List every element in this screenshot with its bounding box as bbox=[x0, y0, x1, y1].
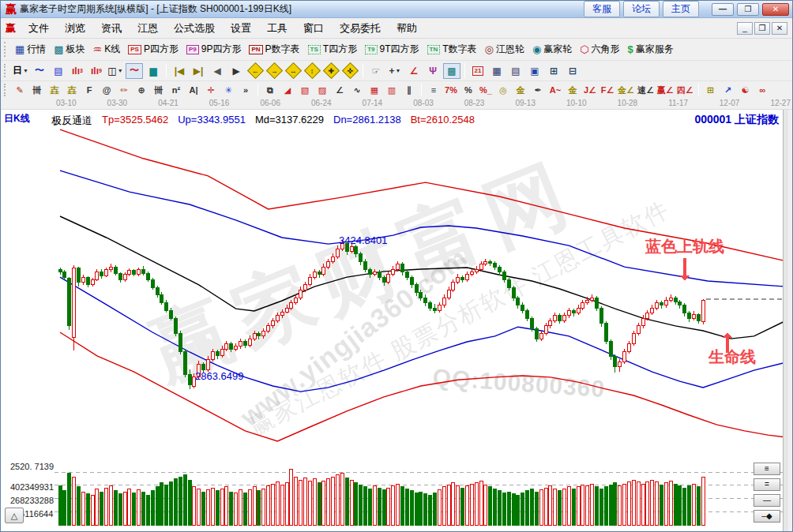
tool-step-forward-button[interactable]: ▶ bbox=[227, 63, 245, 79]
draw-wave-lines-button[interactable]: ∿ bbox=[349, 83, 365, 97]
toolbar-kline-button[interactable]: ♒K线 bbox=[89, 41, 125, 58]
toolbar-sectors-button[interactable]: ▩板块 bbox=[50, 41, 88, 58]
tool-histogram-button[interactable]: ▆ bbox=[145, 63, 162, 79]
tool-zoom-v-button[interactable]: ↕ bbox=[303, 63, 321, 79]
draw-target-cross-button[interactable]: ✛ bbox=[203, 83, 219, 97]
doc-minimize-button[interactable]: _ bbox=[737, 22, 753, 35]
draw-red-grid-button[interactable]: ▦ bbox=[366, 83, 382, 97]
pane-two-lines-button[interactable]: = bbox=[754, 478, 780, 491]
draw-gold-underline-button[interactable]: 金 bbox=[565, 83, 581, 97]
menu-browse[interactable]: 浏览 bbox=[57, 19, 93, 38]
draw-seven-percent-button[interactable]: 7% bbox=[443, 83, 459, 97]
tool-bars-3-button[interactable]: ılı3 bbox=[69, 63, 86, 79]
tool-center-button[interactable]: ✚ bbox=[322, 63, 340, 79]
toolbar-grip[interactable] bbox=[4, 84, 8, 96]
menu-window[interactable]: 窗口 bbox=[295, 19, 332, 38]
draw-more-tools-button[interactable]: » bbox=[238, 83, 254, 97]
tool-purple-tool-button[interactable]: Ψ bbox=[424, 63, 442, 79]
toolbar-gann-wheel-button[interactable]: ◎江恩轮 bbox=[481, 41, 528, 58]
toolbar-winner-wheel-button[interactable]: ◉赢家轮 bbox=[528, 41, 576, 58]
draw-speed-angle-button[interactable]: 速∠ bbox=[637, 83, 655, 97]
toolbar-9p-square-button[interactable]: P99P四方形 bbox=[182, 41, 245, 58]
restore-button[interactable]: ❐ bbox=[737, 3, 759, 16]
tool-trend-curve-button[interactable]: 〜 bbox=[31, 63, 48, 79]
draw-grid-yellow-button[interactable]: ⊞ bbox=[703, 83, 719, 97]
tool-angle-measure-button[interactable]: ∠ bbox=[405, 63, 423, 79]
tool-zoom-h-button[interactable]: ↔ bbox=[284, 63, 302, 79]
draw-parallel-lines-button[interactable]: ∥ bbox=[401, 83, 417, 97]
draw-spiral-button[interactable]: @ bbox=[99, 83, 115, 97]
tool-red-curve-button[interactable]: 〜 bbox=[126, 63, 143, 79]
draw-fibonacci-f-button[interactable]: F bbox=[81, 83, 97, 97]
draw-f-angle-button[interactable]: F∠ bbox=[599, 83, 615, 97]
menu-settings[interactable]: 设置 bbox=[223, 19, 259, 38]
tool-candle-style-button[interactable]: ◫▼ bbox=[107, 63, 124, 79]
toolbar-hexagon-button[interactable]: ⬡六角形 bbox=[576, 41, 623, 58]
draw-ink-pen-button[interactable]: ✒ bbox=[530, 83, 546, 97]
draw-angle-lines-button[interactable]: ∠ bbox=[332, 83, 348, 97]
draw-gann-grid-2-button[interactable]: 卌 bbox=[151, 83, 167, 97]
draw-gold-circle-button[interactable]: ◎ bbox=[495, 83, 511, 97]
tool-calendar-21-button[interactable]: 21 bbox=[469, 63, 487, 79]
tool-go-last-button[interactable]: ▶| bbox=[190, 63, 207, 79]
tool-go-first-button[interactable]: |◀ bbox=[171, 63, 188, 79]
draw-j-angle-button[interactable]: J∠ bbox=[582, 83, 598, 97]
tool-workstation-button[interactable]: ⊟ bbox=[564, 63, 581, 79]
tool-expand-all-button[interactable]: ✜ bbox=[341, 63, 359, 79]
forum-button[interactable]: 论坛 bbox=[623, 1, 660, 17]
menu-tools[interactable]: 工具 bbox=[259, 19, 295, 38]
doc-close-button[interactable]: ✕ bbox=[772, 22, 787, 35]
tool-step-back-button[interactable]: ◀ bbox=[209, 63, 226, 79]
collapse-panel-button[interactable]: △ bbox=[5, 508, 24, 523]
draw-shaded-box-button[interactable]: ▨ bbox=[314, 83, 330, 97]
menu-news[interactable]: 资讯 bbox=[93, 19, 130, 38]
toolbar-grip[interactable] bbox=[4, 64, 8, 78]
menu-formula-stock-pick[interactable]: 公式选股 bbox=[166, 19, 223, 38]
draw-gold-square-2-button[interactable]: 壵 bbox=[64, 83, 80, 97]
draw-yinyang-button[interactable]: ☯ bbox=[738, 83, 754, 97]
pane-slider-button[interactable]: –◆ bbox=[754, 510, 780, 523]
draw-infinity-button[interactable]: ∞ bbox=[755, 83, 771, 97]
tool-hand-pan-button[interactable]: ☞ bbox=[367, 63, 385, 79]
draw-brush-button[interactable]: ✎ bbox=[12, 83, 28, 97]
draw-box-select-button[interactable]: ⧉ bbox=[262, 83, 278, 97]
draw-percent-line-button[interactable]: %_ bbox=[478, 83, 494, 97]
doc-restore-button[interactable]: ❐ bbox=[754, 22, 770, 35]
tool-remote-data-button[interactable]: ⊞ bbox=[545, 63, 562, 79]
draw-text-note-button[interactable]: A| bbox=[186, 83, 201, 97]
tool-period-day-button[interactable]: 日▼ bbox=[12, 63, 29, 79]
tool-bars-9-button[interactable]: ılı9 bbox=[88, 63, 105, 79]
draw-star-burst-button[interactable]: ✳ bbox=[220, 83, 236, 97]
menu-help[interactable]: 帮助 bbox=[389, 19, 425, 38]
customer-service-button[interactable]: 客服 bbox=[584, 1, 620, 17]
toolbar-t-square-button[interactable]: TST四方形 bbox=[304, 41, 362, 58]
menu-trade-entrust[interactable]: 交易委托 bbox=[332, 19, 389, 38]
draw-cycle-circle-button[interactable]: ⊕ bbox=[133, 83, 149, 97]
draw-percent-button[interactable]: % bbox=[460, 83, 476, 97]
toolbar-quotes-button[interactable]: ▦行情 bbox=[11, 41, 50, 58]
tool-maze-tool-button[interactable]: ▩ bbox=[443, 63, 460, 79]
toolbar-p-square-button[interactable]: PSP四方形 bbox=[124, 41, 182, 58]
tool-calculator-button[interactable]: ▦ bbox=[488, 63, 505, 79]
menu-gann[interactable]: 江恩 bbox=[130, 19, 166, 38]
toolbar-grip[interactable] bbox=[4, 42, 8, 57]
minimize-button[interactable]: — bbox=[712, 3, 734, 16]
tool-pan-left-button[interactable]: ← bbox=[246, 63, 264, 79]
home-button[interactable]: 主页 bbox=[663, 1, 699, 17]
draw-mini-chart-button[interactable]: ↗ bbox=[720, 83, 736, 97]
tool-crosshair-button[interactable]: +▼ bbox=[386, 63, 404, 79]
menu-file[interactable]: 文件 bbox=[21, 19, 57, 38]
draw-gann-fan-box-button[interactable]: ▧ bbox=[297, 83, 313, 97]
toolbar-t-number-table-button[interactable]: TNT数字表 bbox=[423, 41, 481, 58]
tool-pan-right-button[interactable]: → bbox=[265, 63, 283, 79]
draw-gold-angle-button[interactable]: 金∠ bbox=[617, 83, 635, 97]
draw-gann-grid-button[interactable]: 卌 bbox=[29, 83, 45, 97]
toolbar-p-number-table-button[interactable]: PNP数字表 bbox=[245, 41, 303, 58]
right-scroll-strip[interactable] bbox=[783, 110, 788, 532]
draw-four-angle-button[interactable]: 四∠ bbox=[676, 83, 694, 97]
draw-red-grid-2-button[interactable]: ▥ bbox=[384, 83, 400, 97]
draw-gold-square-1-button[interactable]: 壵 bbox=[47, 83, 62, 97]
pane-three-lines-button[interactable]: ≡ bbox=[754, 463, 780, 475]
draw-wave-a-button[interactable]: A~ bbox=[547, 83, 563, 97]
toolbar-winner-service-button[interactable]: $赢家服务 bbox=[624, 41, 678, 58]
